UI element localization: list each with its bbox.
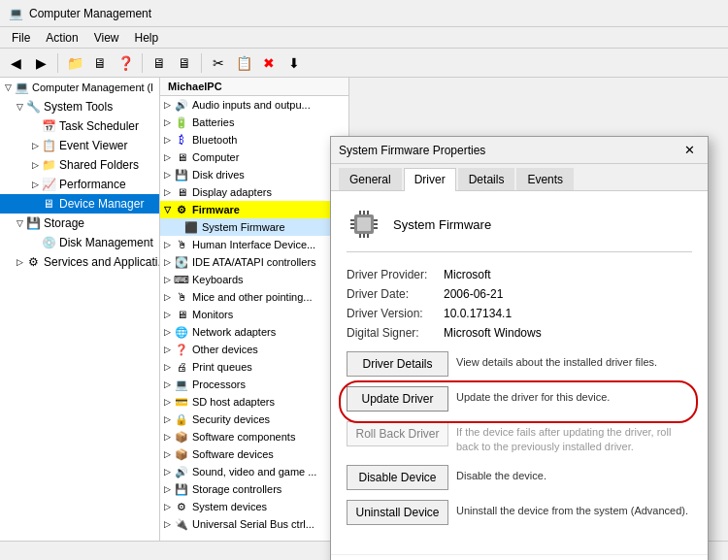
device-sound[interactable]: ▷ 🔊 Sound, video and game ... bbox=[160, 463, 348, 480]
device-system[interactable]: ▷ ⚙ System devices bbox=[160, 498, 348, 515]
forward-button[interactable]: ▶ bbox=[29, 51, 52, 75]
device-disk[interactable]: ▷ 💾 Disk drives bbox=[160, 166, 348, 183]
device-header: System Firmware bbox=[347, 207, 692, 252]
label-task-scheduler: Task Scheduler bbox=[59, 119, 139, 133]
device-ide[interactable]: ▷ 💽 IDE ATA/ATAPI controllers bbox=[160, 253, 348, 271]
device-batteries[interactable]: ▷ 🔋 Batteries bbox=[160, 114, 348, 131]
left-tree-panel: ▽ 💻 Computer Management (l ▽ 🔧 System To… bbox=[0, 78, 160, 560]
tree-item-storage[interactable]: ▽ 💾 Storage bbox=[0, 214, 159, 233]
menu-file[interactable]: File bbox=[4, 29, 38, 47]
copy-button[interactable]: 📋 bbox=[232, 51, 255, 75]
icon-disk-drive: 💾 bbox=[174, 167, 189, 182]
driver-details-button[interactable]: Driver Details bbox=[347, 351, 448, 377]
icon-perf: 📈 bbox=[41, 177, 56, 192]
dialog-close-button[interactable]: ✕ bbox=[678, 140, 700, 161]
monitor-button[interactable]: 🖥 bbox=[88, 51, 112, 75]
tree-item-device-manager[interactable]: ▷ 🖥 Device Manager bbox=[0, 194, 159, 214]
tree-item-system-tools[interactable]: ▽ 🔧 System Tools bbox=[0, 97, 159, 116]
icon-network: 🌐 bbox=[174, 324, 189, 340]
action-row-update-driver: Update Driver Update the driver for this… bbox=[347, 386, 692, 412]
cut-button[interactable]: ✂ bbox=[207, 51, 230, 75]
device-bluetooth[interactable]: ▷ ₿ Bluetooth bbox=[160, 131, 348, 148]
device-mice[interactable]: ▷ 🖱 Mice and other pointing... bbox=[160, 288, 348, 306]
uninstall-device-button[interactable]: Uninstall Device bbox=[347, 500, 448, 525]
back-button[interactable]: ◀ bbox=[4, 51, 27, 75]
label-security: Security devices bbox=[192, 413, 270, 425]
device-keyboards[interactable]: ▷ ⌨ Keyboards bbox=[160, 271, 348, 288]
arrow-sw-dev: ▷ bbox=[164, 449, 174, 459]
device-audio[interactable]: ▷ 🔊 Audio inputs and outpu... bbox=[160, 96, 348, 114]
arrow-hid: ▷ bbox=[164, 240, 174, 249]
update-driver-button[interactable]: Update Driver bbox=[347, 386, 448, 412]
svg-rect-1 bbox=[357, 217, 371, 231]
label-batteries: Batteries bbox=[192, 116, 234, 128]
arrow-bluetooth: ▷ bbox=[164, 135, 174, 145]
tree-item-performance[interactable]: ▷ 📈 Performance bbox=[0, 175, 159, 194]
device-software-components[interactable]: ▷ 📦 Software components bbox=[160, 428, 348, 445]
device-usb[interactable]: ▷ 🔌 Universal Serial Bus ctrl... bbox=[160, 515, 348, 533]
svg-rect-10 bbox=[350, 227, 354, 229]
arrow-audio: ▷ bbox=[164, 100, 174, 110]
device-display[interactable]: ▷ 🖥 Display adapters bbox=[160, 183, 348, 201]
device-print[interactable]: ▷ 🖨 Print queues bbox=[160, 358, 348, 376]
properties-button[interactable]: ⬇ bbox=[282, 51, 306, 75]
tree-item-task-scheduler[interactable]: ▷ 📅 Task Scheduler bbox=[0, 116, 159, 136]
device-computer[interactable]: ▷ 🖥 Computer bbox=[160, 148, 348, 166]
tree-item-shared-folders[interactable]: ▷ 📁 Shared Folders bbox=[0, 155, 159, 175]
device-software-devices[interactable]: ▷ 📦 Software devices bbox=[160, 445, 348, 463]
menu-bar: File Action View Help bbox=[0, 27, 728, 49]
rollback-driver-button[interactable]: Roll Back Driver bbox=[347, 421, 448, 446]
screen2-button[interactable]: 🖥 bbox=[173, 51, 196, 75]
label-sd: SD host adapters bbox=[192, 396, 275, 408]
device-other[interactable]: ▷ ❓ Other devices bbox=[160, 341, 348, 358]
device-processors[interactable]: ▷ 💻 Processors bbox=[160, 376, 348, 393]
device-hid[interactable]: ▷ 🖱 Human Interface Device... bbox=[160, 236, 348, 253]
label-storage-ctrl: Storage controllers bbox=[192, 483, 281, 495]
title-text: Computer Management bbox=[29, 7, 151, 20]
svg-rect-9 bbox=[350, 223, 354, 225]
device-network[interactable]: ▷ 🌐 Network adapters bbox=[160, 323, 348, 341]
title-bar: 💻 Computer Management bbox=[0, 0, 728, 27]
device-firmware[interactable]: ▽ ⚙ Firmware bbox=[160, 201, 348, 218]
info-date: Driver Date: 2006-06-21 bbox=[347, 287, 692, 301]
arrow-computer: ▷ bbox=[164, 152, 174, 162]
menu-help[interactable]: Help bbox=[127, 29, 167, 47]
label-system-devices: System devices bbox=[192, 501, 267, 512]
icon-computer: 🖥 bbox=[174, 149, 189, 165]
arrow-system: ▷ bbox=[164, 502, 174, 511]
icon-devmgr: 🖥 bbox=[41, 196, 56, 212]
disable-device-button[interactable]: Disable Device bbox=[347, 465, 448, 490]
tree-item-root[interactable]: ▽ 💻 Computer Management (l bbox=[0, 78, 159, 97]
arrow-network: ▷ bbox=[164, 327, 174, 337]
arrow-storage: ▽ bbox=[14, 217, 25, 229]
svg-rect-8 bbox=[350, 219, 354, 221]
tab-driver[interactable]: Driver bbox=[404, 168, 456, 191]
label-shared-folders: Shared Folders bbox=[59, 158, 139, 172]
device-storage-ctrl[interactable]: ▷ 💾 Storage controllers bbox=[160, 480, 348, 498]
device-system-firmware[interactable]: ⬛ System Firmware bbox=[160, 218, 348, 236]
tab-events[interactable]: Events bbox=[516, 168, 574, 190]
arrow-event: ▷ bbox=[29, 140, 41, 151]
label-network: Network adapters bbox=[192, 326, 276, 338]
label-signer: Digital Signer: bbox=[347, 326, 444, 340]
device-sd[interactable]: ▷ 💳 SD host adapters bbox=[160, 393, 348, 411]
tree-item-disk-mgmt[interactable]: ▷ 💿 Disk Management bbox=[0, 233, 159, 252]
disable-device-desc: Disable the device. bbox=[456, 465, 692, 483]
toolbar-separator-3 bbox=[201, 53, 202, 73]
device-monitors[interactable]: ▷ 🖥 Monitors bbox=[160, 306, 348, 323]
label-disk-mgmt: Disk Management bbox=[59, 236, 153, 249]
open-button[interactable]: 📁 bbox=[63, 51, 86, 75]
tab-details[interactable]: Details bbox=[458, 168, 515, 190]
menu-action[interactable]: Action bbox=[38, 29, 85, 47]
action-row-rollback: Roll Back Driver If the device fails aft… bbox=[347, 421, 692, 455]
label-audio: Audio inputs and outpu... bbox=[192, 99, 311, 111]
help-button[interactable]: ❓ bbox=[114, 51, 137, 75]
tree-item-services[interactable]: ▷ ⚙ Services and Applicati... bbox=[0, 252, 159, 272]
screen-button[interactable]: 🖥 bbox=[148, 51, 171, 75]
delete-button[interactable]: ✖ bbox=[257, 51, 281, 75]
menu-view[interactable]: View bbox=[86, 29, 127, 47]
icon-keyboards: ⌨ bbox=[174, 272, 189, 287]
device-security[interactable]: ▷ 🔒 Security devices bbox=[160, 411, 348, 428]
tree-item-event-viewer[interactable]: ▷ 📋 Event Viewer bbox=[0, 136, 159, 155]
tab-general[interactable]: General bbox=[339, 168, 402, 190]
